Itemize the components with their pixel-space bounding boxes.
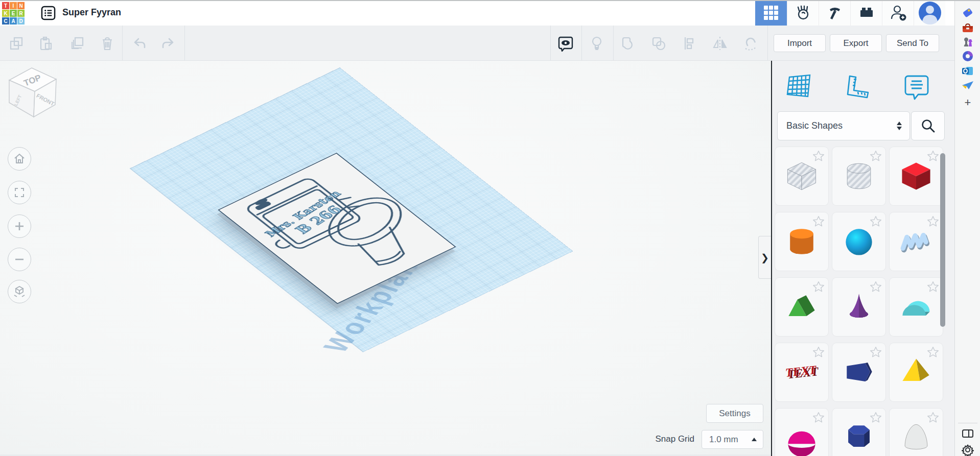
logo-letter-E: E [10, 10, 17, 17]
favorite-star-icon[interactable] [812, 411, 825, 424]
shape-box[interactable] [890, 147, 943, 205]
delete-icon[interactable] [99, 35, 115, 52]
favorite-star-icon[interactable] [926, 280, 940, 294]
hand-ball-icon [795, 5, 811, 21]
toilet-outline-design[interactable]: Mrs. Karsten B 266 [219, 154, 455, 303]
shape-roof[interactable] [775, 278, 828, 336]
shopping-tag-icon[interactable] [961, 6, 974, 19]
snap-grid-label: Snap Grid [615, 434, 694, 444]
favorite-star-icon[interactable] [869, 280, 882, 294]
favorite-star-icon[interactable] [812, 150, 825, 163]
design-plate[interactable]: Mrs. Karsten B 266 [218, 153, 456, 304]
snap-grid-select[interactable]: 1.0 mm [702, 430, 763, 449]
logo-letter-I: I [10, 2, 17, 9]
panel-collapse-toggle[interactable]: ❯ [758, 236, 771, 279]
panel-scrollbar[interactable] [940, 153, 945, 327]
minus-icon [13, 253, 26, 266]
shape-box-hole[interactable] [775, 147, 828, 205]
toolbar-separator [613, 26, 614, 61]
design-menu-icon[interactable] [41, 6, 56, 20]
workplane-grid[interactable]: Workplane [130, 68, 572, 352]
shape-wedge[interactable] [832, 343, 885, 401]
favorite-star-icon[interactable] [869, 215, 882, 228]
blocks-button[interactable] [819, 0, 850, 26]
mirror-icon[interactable] [712, 35, 728, 52]
toolbar-separator [184, 26, 185, 61]
sidebar-settings-icon[interactable] [961, 443, 974, 456]
grid-view-button[interactable] [755, 0, 787, 26]
paste-icon[interactable] [37, 35, 54, 52]
shape-paraboloid[interactable] [890, 409, 943, 456]
chevron-up-icon [752, 438, 757, 441]
logo-letter-T: T [2, 2, 9, 9]
undo-icon[interactable] [131, 35, 148, 52]
align-icon[interactable] [681, 35, 697, 52]
settings-button[interactable]: Settings [706, 404, 763, 423]
sidebar-panel-icon[interactable] [961, 427, 974, 440]
ungroup-icon[interactable] [650, 35, 667, 52]
microsoft365-icon[interactable] [961, 50, 974, 63]
shape-text[interactable]: TEXTTEXT [775, 343, 828, 401]
design-title: Super Fyyran [62, 7, 121, 18]
shape-scribble[interactable] [890, 212, 943, 271]
shape-round-roof[interactable] [890, 278, 943, 336]
shape-cone[interactable] [832, 278, 885, 336]
shape-cylinder[interactable] [775, 212, 828, 271]
export-button[interactable]: Export [830, 34, 882, 52]
sidebar-add-button[interactable]: + [961, 96, 974, 109]
duplicate-icon[interactable] [69, 35, 85, 52]
tinkercad-logo[interactable]: TINKERCAD [2, 2, 25, 25]
sim-lab-button[interactable] [787, 0, 819, 26]
design-canvas[interactable]: Workplane [0, 61, 771, 456]
shape-half-sphere[interactable] [775, 409, 828, 456]
games-icon[interactable] [961, 36, 974, 49]
shape-cylinder-hole[interactable] [832, 147, 885, 205]
ruler-tool-icon[interactable] [844, 73, 871, 101]
shape-search-button[interactable] [911, 111, 945, 140]
favorite-star-icon[interactable] [926, 150, 940, 163]
notes-eye-icon[interactable] [557, 35, 574, 52]
logo-letter-D: D [17, 17, 25, 25]
shape-category-dropdown[interactable]: Basic Shapes [777, 111, 910, 140]
favorite-star-icon[interactable] [926, 215, 940, 228]
favorite-star-icon[interactable] [869, 411, 882, 424]
bricks-button[interactable] [850, 0, 882, 26]
notes-tool-icon[interactable] [903, 73, 930, 101]
account-button[interactable] [914, 0, 945, 26]
favorite-star-icon[interactable] [869, 150, 882, 163]
shape-polygon[interactable] [832, 409, 885, 456]
shape-category-value: Basic Shapes [778, 121, 897, 131]
group-icon[interactable] [620, 35, 636, 52]
favorite-star-icon[interactable] [926, 411, 940, 424]
workplane-magnet-icon[interactable] [742, 35, 759, 52]
workplane-tool-icon[interactable] [785, 73, 813, 101]
add-person-icon [890, 4, 907, 21]
zoom-out-button[interactable] [8, 248, 31, 271]
designer-icon[interactable] [961, 79, 974, 92]
favorite-star-icon[interactable] [812, 215, 825, 228]
favorite-star-icon[interactable] [869, 346, 882, 359]
import-button[interactable]: Import [774, 34, 826, 52]
favorite-star-icon[interactable] [812, 346, 825, 359]
collaborate-button[interactable] [882, 0, 914, 26]
logo-letter-C: C [2, 17, 9, 25]
perspective-toggle-button[interactable] [8, 280, 31, 303]
favorite-star-icon[interactable] [926, 346, 940, 359]
view-cube[interactable]: TOP FRONT LEFT [5, 64, 60, 125]
show-all-bulb-icon[interactable] [589, 35, 605, 52]
titlebar: TINKERCAD Super Fyyran [0, 0, 954, 26]
logo-letter-A: A [10, 17, 17, 25]
copy-icon[interactable] [8, 35, 25, 52]
toolbox-icon[interactable] [961, 21, 974, 35]
redo-icon[interactable] [160, 35, 176, 52]
shape-pyramid[interactable] [890, 343, 943, 401]
fit-view-button[interactable] [8, 181, 31, 204]
fit-view-icon [13, 186, 26, 199]
favorite-star-icon[interactable] [812, 280, 825, 294]
home-view-button[interactable] [8, 147, 31, 171]
chevron-right-icon: ❯ [761, 252, 769, 263]
shape-sphere[interactable] [832, 212, 885, 271]
send-to-button[interactable]: Send To [886, 34, 939, 52]
zoom-in-button[interactable] [8, 214, 31, 238]
outlook-icon[interactable] [961, 64, 974, 78]
